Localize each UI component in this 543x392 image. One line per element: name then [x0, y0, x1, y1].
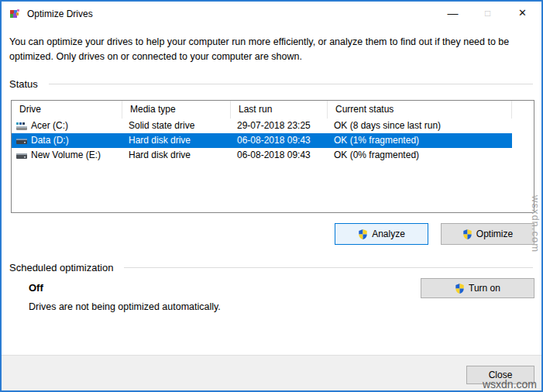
- drive-name: New Volume (E:): [31, 148, 101, 163]
- optimize-button-label: Optimize: [476, 229, 513, 239]
- drive-name: Data (D:): [31, 133, 69, 148]
- optimize-drives-window: Optimize Drives — □ ✕ You can optimize y…: [0, 0, 543, 392]
- status-group-header: Status: [9, 78, 533, 90]
- current-status: OK (1% fragmented): [328, 133, 512, 148]
- minimize-icon[interactable]: —: [435, 2, 470, 26]
- current-status: OK (8 days since last run): [328, 119, 512, 133]
- blank-cell: [512, 133, 534, 148]
- column-header-blank: [512, 101, 534, 119]
- schedule-detail: Drives are not being optimized automatic…: [29, 301, 221, 312]
- column-header-last-run[interactable]: Last run: [231, 101, 328, 119]
- media-type: Hard disk drive: [122, 133, 231, 148]
- blank-cell: [512, 148, 534, 163]
- status-group-label: Status: [9, 78, 38, 90]
- dialog-description: You can optimize your drives to help you…: [9, 35, 527, 64]
- watermark-vertical: wsxdn.com: [530, 195, 541, 253]
- scheduled-optimization-group-header: Scheduled optimization: [9, 262, 533, 273]
- last-run: 06-08-2018 09:43: [231, 133, 328, 148]
- hdd-drive-icon: [15, 150, 28, 162]
- titlebar: Optimize Drives — □ ✕: [2, 2, 541, 26]
- scheduled-optimization-label: Scheduled optimization: [9, 262, 113, 273]
- blank-cell: [512, 119, 534, 133]
- maximize-icon: □: [470, 2, 505, 26]
- uac-shield-icon: [455, 283, 465, 294]
- table-row[interactable]: Acer (C:) Solid state drive 29-07-2018 2…: [12, 119, 534, 133]
- column-header-media-type[interactable]: Media type: [122, 101, 231, 119]
- last-run: 29-07-2018 23:25: [231, 119, 328, 133]
- close-icon[interactable]: ✕: [505, 2, 540, 26]
- uac-shield-icon: [358, 229, 368, 240]
- defrag-app-icon: [9, 8, 21, 20]
- footer-bar: [2, 355, 541, 390]
- analyze-button[interactable]: Analyze: [335, 223, 428, 245]
- scheduled-optimization-rule: [124, 267, 533, 268]
- table-row[interactable]: Data (D:) Hard disk drive 06-08-2018 09:…: [12, 133, 534, 148]
- media-type: Hard disk drive: [122, 148, 231, 163]
- schedule-state: Off: [29, 282, 43, 294]
- status-group-rule: [49, 84, 533, 84]
- turn-on-button-label: Turn on: [469, 283, 500, 294]
- column-header-current-status[interactable]: Current status: [328, 101, 512, 119]
- drive-list: Drive Media type Last run Current status…: [11, 100, 534, 213]
- hdd-drive-icon: [15, 135, 28, 147]
- window-title: Optimize Drives: [27, 2, 93, 26]
- current-status: OK (0% fragmented): [328, 148, 512, 163]
- media-type: Solid state drive: [122, 119, 231, 133]
- optimize-button[interactable]: Optimize: [441, 223, 534, 245]
- turn-on-button[interactable]: Turn on: [421, 278, 534, 298]
- ssd-drive-icon: [15, 120, 28, 132]
- uac-shield-icon: [462, 229, 473, 240]
- watermark-bottom: wsxdn.com: [483, 378, 537, 390]
- column-header-drive[interactable]: Drive: [12, 101, 122, 119]
- drive-name: Acer (C:): [31, 119, 68, 133]
- drive-list-header: Drive Media type Last run Current status: [12, 101, 534, 119]
- table-row[interactable]: New Volume (E:) Hard disk drive 06-08-20…: [12, 148, 534, 163]
- last-run: 06-08-2018 09:43: [231, 148, 328, 163]
- analyze-button-label: Analyze: [372, 229, 405, 239]
